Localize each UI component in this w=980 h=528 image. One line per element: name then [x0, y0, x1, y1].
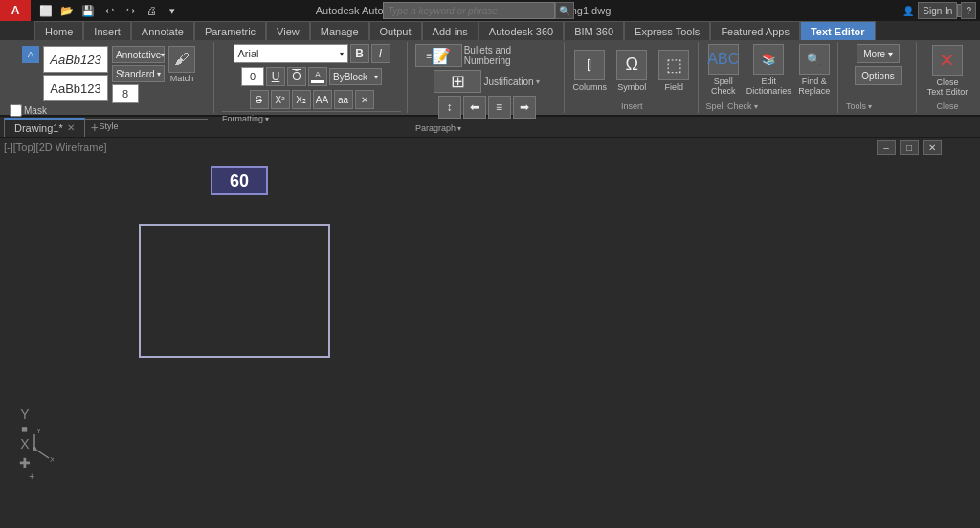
close-x-icon: ✕ [932, 45, 963, 76]
lowercase-btn[interactable]: aa [334, 90, 353, 109]
qa-open-btn[interactable]: 📂 [57, 2, 77, 19]
info-btn[interactable]: ? [961, 2, 976, 19]
tab-featuredapps[interactable]: Featured Apps [710, 21, 800, 40]
justify-label: Justification [483, 77, 533, 87]
right-align-btn[interactable]: ➡ [513, 96, 536, 119]
search-button[interactable]: 🔍 [555, 2, 574, 19]
spellcheck-icon: ABC [708, 44, 739, 75]
center-align-btn[interactable]: ≡ [488, 96, 511, 119]
superscript-btn[interactable]: X² [271, 90, 290, 109]
strikethrough-btn[interactable]: S [250, 90, 269, 109]
linespacing-btn[interactable]: ↕ [438, 96, 461, 119]
tab-expresstools[interactable]: Express Tools [624, 21, 710, 40]
tab-texteditor[interactable]: Text Editor [800, 21, 876, 40]
annotative-icon[interactable]: A [22, 46, 39, 63]
qa-redo-btn[interactable]: ↪ [121, 2, 140, 19]
findreplace-btn[interactable]: 🔍 Find &Replace [795, 44, 834, 96]
uppercase-btn[interactable]: AA [313, 90, 332, 109]
tab-view[interactable]: View [266, 21, 310, 40]
quick-access-toolbar: ⬜ 📂 💾 ↩ ↪ 🖨 ▾ [33, 0, 186, 21]
options-btn[interactable]: Options [855, 66, 901, 85]
columns-btn[interactable]: ⫿ Columns [570, 50, 609, 92]
viewport-close-btn[interactable]: ✕ [923, 140, 942, 155]
tab-addins[interactable]: Add-ins [422, 21, 479, 40]
field-label: Field [665, 82, 684, 92]
close-text-editor-btn[interactable]: ✕ CloseText Editor [925, 45, 969, 97]
font-dropdown[interactable]: Arial ▾ [234, 44, 348, 63]
color-swatch[interactable]: A [308, 67, 327, 86]
ribbon-group-style: A AaBb123 AaBb123 Annotative ▾ [4, 42, 214, 113]
bold-btn[interactable]: B [350, 44, 369, 63]
match-label: Match [170, 74, 194, 83]
field-btn[interactable]: ⬚ Field [655, 50, 693, 92]
annotative-dropdown[interactable]: Annotative ▾ [112, 46, 165, 63]
formatting-group-label: Formatting ▾ [222, 111, 401, 123]
qa-more-btn[interactable]: ▾ [163, 2, 182, 19]
justify-btn[interactable]: ⊞ [434, 70, 481, 93]
dictionaries-btn[interactable]: 📚 EditDictionaries [746, 44, 791, 96]
justify-arrow: ▾ [536, 77, 540, 86]
symbol-btn[interactable]: Ω Symbol [612, 50, 651, 92]
spellcheck-group-label: Spell Check ▾ [706, 99, 832, 111]
viewport-minimize-btn[interactable]: – [877, 140, 896, 155]
overline-btn[interactable]: Ō [287, 67, 306, 86]
findreplace-label: Find &Replace [798, 77, 830, 96]
style-previews: AaBb123 AaBb123 [43, 46, 108, 101]
close-content: ✕ CloseText Editor [925, 44, 969, 97]
tab-annotate[interactable]: Annotate [131, 21, 194, 40]
qa-save-btn[interactable]: 💾 [78, 2, 98, 19]
style-preview-standard[interactable]: AaBb123 [43, 75, 108, 101]
bullets-btn[interactable]: ≡ 📝 [415, 44, 462, 67]
search-input[interactable] [383, 2, 555, 19]
size-input[interactable] [112, 84, 139, 103]
acad-logo[interactable]: A [0, 0, 31, 21]
tab-parametric[interactable]: Parametric [194, 21, 266, 40]
dictionaries-label: EditDictionaries [746, 77, 791, 96]
style-preview-annotative[interactable]: AaBb123 [43, 46, 108, 73]
tab-output[interactable]: Output [369, 21, 422, 40]
qa-new-btn[interactable]: ⬜ [36, 2, 56, 19]
svg-line-1 [34, 449, 49, 458]
spellcheck-btn[interactable]: ABC SpellCheck [704, 44, 743, 96]
ribbon-tabs: Home Insert Annotate Parametric View Man… [0, 21, 980, 40]
title-right: 👤 Sign In ? [902, 0, 980, 21]
qa-undo-btn[interactable]: ↩ [100, 2, 119, 19]
format-row3: S X² X₂ AA aa ✕ [250, 90, 374, 109]
ribbon-group-insert: ⫿ Columns Ω Symbol ⬚ Field Insert [567, 42, 699, 113]
font-size-input[interactable] [241, 67, 264, 86]
dimension-text[interactable]: 60 [211, 166, 268, 195]
size-row [112, 84, 165, 103]
spacing-row: ↕ ⬅ ≡ ➡ [438, 96, 536, 119]
rectangle-object [139, 224, 330, 358]
italic-btn[interactable]: I [371, 44, 390, 63]
tab-bim360[interactable]: BIM 360 [564, 21, 624, 40]
tab-close-btn[interactable]: ✕ [67, 122, 75, 133]
drawing1-tab[interactable]: Drawing1* ✕ [4, 118, 85, 137]
tab-home[interactable]: Home [34, 21, 83, 40]
mask-label: Mask [24, 105, 47, 116]
mask-checkbox[interactable] [10, 104, 22, 117]
findreplace-icon: 🔍 [799, 44, 830, 75]
ribbon-group-paragraph: ≡ 📝 Bullets and Numbering ⊞ Justificatio… [410, 42, 565, 113]
signin-btn[interactable]: Sign In [918, 2, 957, 19]
insert-content: ⫿ Columns Ω Symbol ⬚ Field [570, 44, 693, 97]
tab-autodesk360[interactable]: Autodesk 360 [479, 21, 564, 40]
clearformat-btn[interactable]: ✕ [355, 90, 374, 109]
standard-dropdown[interactable]: Standard ▾ [112, 65, 165, 82]
color-dropdown[interactable]: ByBlock ▾ [329, 68, 382, 85]
underline-btn[interactable]: U [266, 67, 285, 86]
more-btn[interactable]: More ▾ [857, 44, 900, 63]
subscript-btn[interactable]: X₂ [292, 90, 311, 109]
paragraph-content: ≡ 📝 Bullets and Numbering ⊞ Justificatio… [415, 44, 558, 119]
annotative-selector-row: Annotative ▾ [112, 46, 165, 63]
ribbon-group-spellcheck: ABC SpellCheck 📚 EditDictionaries 🔍 Find… [701, 42, 838, 113]
new-tab-btn[interactable]: + [85, 118, 104, 137]
canvas-area[interactable]: [-][Top][2D Wireframe] – □ ✕ 60 Y ◆ X ✚ … [0, 138, 980, 528]
left-align-btn[interactable]: ⬅ [463, 96, 486, 119]
viewport-restore-btn[interactable]: □ [900, 140, 919, 155]
qa-plot-btn[interactable]: 🖨 [142, 2, 161, 19]
tab-insert[interactable]: Insert [83, 21, 131, 40]
formatting-content: Arial ▾ B I U Ō A [222, 44, 401, 109]
match-button[interactable]: 🖌 Match [168, 46, 195, 83]
tab-manage[interactable]: Manage [310, 21, 369, 40]
